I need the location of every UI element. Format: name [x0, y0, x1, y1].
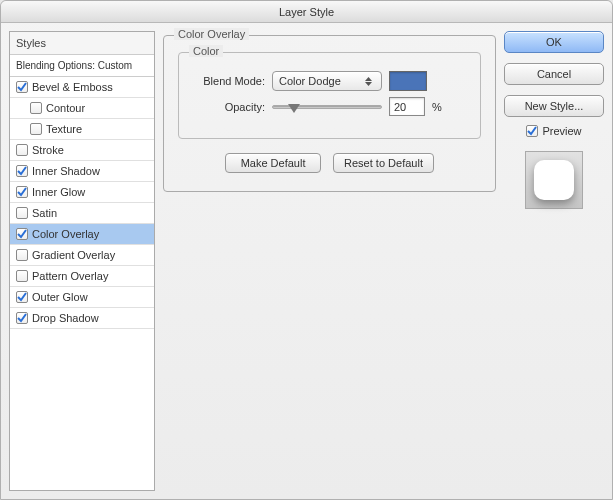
style-item-label: Color Overlay: [32, 228, 99, 240]
group-legend: Color Overlay: [174, 28, 249, 40]
style-item-texture[interactable]: Texture: [10, 119, 154, 140]
style-item-label: Outer Glow: [32, 291, 88, 303]
opacity-slider[interactable]: [272, 100, 382, 114]
preview-shape: [534, 160, 574, 200]
checkbox[interactable]: [16, 186, 28, 198]
checkbox[interactable]: [16, 249, 28, 261]
style-item-label: Pattern Overlay: [32, 270, 108, 282]
style-item-stroke[interactable]: Stroke: [10, 140, 154, 161]
style-item-contour[interactable]: Contour: [10, 98, 154, 119]
style-item-pattern-overlay[interactable]: Pattern Overlay: [10, 266, 154, 287]
svg-marker-0: [365, 77, 372, 81]
styles-header[interactable]: Styles: [10, 32, 154, 55]
preview-thumbnail: [525, 151, 583, 209]
layer-style-dialog: Layer Style Styles Blending Options: Cus…: [0, 0, 613, 500]
blend-mode-select[interactable]: Color Dodge: [272, 71, 382, 91]
opacity-label: Opacity:: [193, 101, 265, 113]
style-item-label: Bevel & Emboss: [32, 81, 113, 93]
reset-default-button[interactable]: Reset to Default: [333, 153, 434, 173]
checkbox[interactable]: [30, 102, 42, 114]
ok-button[interactable]: OK: [504, 31, 604, 53]
checkbox[interactable]: [30, 123, 42, 135]
style-item-label: Stroke: [32, 144, 64, 156]
style-item-bevel-emboss[interactable]: Bevel & Emboss: [10, 77, 154, 98]
checkbox[interactable]: [16, 312, 28, 324]
preview-toggle[interactable]: Preview: [504, 125, 604, 137]
opacity-suffix: %: [432, 101, 442, 113]
blending-options[interactable]: Blending Options: Custom: [10, 55, 154, 77]
updown-icon: [361, 77, 375, 86]
make-default-button[interactable]: Make Default: [225, 153, 321, 173]
checkbox[interactable]: [16, 207, 28, 219]
opacity-row: Opacity: %: [193, 97, 466, 116]
blend-mode-label: Blend Mode:: [193, 75, 265, 87]
preview-label: Preview: [542, 125, 581, 137]
checkbox[interactable]: [16, 165, 28, 177]
slider-thumb-icon[interactable]: [288, 104, 300, 113]
svg-marker-1: [365, 82, 372, 86]
window-title: Layer Style: [279, 6, 334, 18]
action-panel: OK Cancel New Style... Preview: [504, 31, 604, 491]
style-item-label: Inner Glow: [32, 186, 85, 198]
color-group: Color Blend Mode: Color Dodge: [178, 52, 481, 139]
styles-list: Styles Blending Options: Custom Bevel & …: [9, 31, 155, 491]
checkbox[interactable]: [16, 270, 28, 282]
titlebar: Layer Style: [1, 1, 612, 23]
style-item-label: Texture: [46, 123, 82, 135]
opacity-input[interactable]: [389, 97, 425, 116]
new-style-button[interactable]: New Style...: [504, 95, 604, 117]
settings-panel: Color Overlay Color Blend Mode: Color Do…: [163, 31, 496, 491]
style-item-drop-shadow[interactable]: Drop Shadow: [10, 308, 154, 329]
content: Styles Blending Options: Custom Bevel & …: [1, 23, 612, 499]
blend-mode-row: Blend Mode: Color Dodge: [193, 71, 466, 91]
style-item-label: Inner Shadow: [32, 165, 100, 177]
default-buttons: Make Default Reset to Default: [178, 153, 481, 173]
style-item-color-overlay[interactable]: Color Overlay: [10, 224, 154, 245]
checkbox[interactable]: [16, 228, 28, 240]
style-item-gradient-overlay[interactable]: Gradient Overlay: [10, 245, 154, 266]
cancel-button[interactable]: Cancel: [504, 63, 604, 85]
color-overlay-group: Color Overlay Color Blend Mode: Color Do…: [163, 35, 496, 192]
style-item-label: Drop Shadow: [32, 312, 99, 324]
style-item-label: Contour: [46, 102, 85, 114]
style-item-outer-glow[interactable]: Outer Glow: [10, 287, 154, 308]
checkbox[interactable]: [16, 144, 28, 156]
style-item-inner-shadow[interactable]: Inner Shadow: [10, 161, 154, 182]
style-item-label: Satin: [32, 207, 57, 219]
blend-mode-value: Color Dodge: [279, 75, 341, 87]
preview-checkbox[interactable]: [526, 125, 538, 137]
style-item-inner-glow[interactable]: Inner Glow: [10, 182, 154, 203]
color-legend: Color: [189, 45, 223, 57]
color-swatch[interactable]: [389, 71, 427, 91]
checkbox[interactable]: [16, 81, 28, 93]
style-item-satin[interactable]: Satin: [10, 203, 154, 224]
checkbox[interactable]: [16, 291, 28, 303]
style-item-label: Gradient Overlay: [32, 249, 115, 261]
